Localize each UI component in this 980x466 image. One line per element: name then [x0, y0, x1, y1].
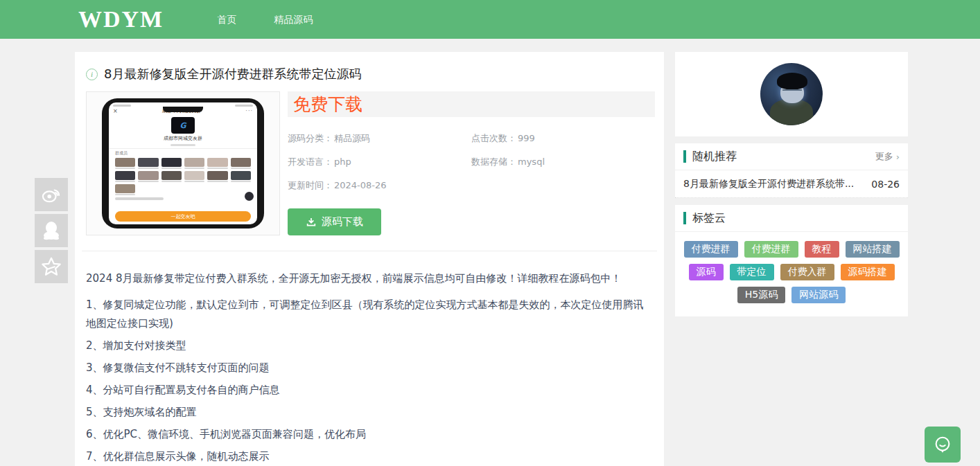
- tag-6[interactable]: 付费入群: [780, 264, 834, 280]
- member-avatar-round: [245, 192, 254, 201]
- group-logo: G: [171, 117, 195, 134]
- meta-label: 更新时间：: [288, 180, 333, 190]
- free-download-banner: 免费下载: [288, 91, 655, 117]
- meta-item-1: 点击次数：999: [471, 132, 655, 145]
- nav-item-premium-source[interactable]: 精品源码: [255, 0, 331, 39]
- description-paragraph-2: 2、增加支付对接类型: [86, 337, 653, 355]
- article-meta: 源码分类：精品源码点击次数：999开发语言：php数据存储：mysql更新时间：…: [288, 132, 655, 192]
- download-source-button[interactable]: 源码下载: [288, 208, 381, 235]
- article-card: i 8月最新修复版全开源付费进群系统带定位源码 × 成都市同城交友群 ···: [75, 52, 664, 466]
- tag-9[interactable]: 网站源码: [791, 287, 846, 303]
- site-header: WDYM 首页 精品源码: [0, 0, 980, 39]
- member-avatar: [115, 158, 135, 169]
- member-avatar: [115, 184, 135, 195]
- top-nav: 首页 精品源码: [198, 0, 331, 39]
- meta-item-4: 更新时间：2024-08-26: [288, 179, 471, 192]
- meta-value: mysql: [518, 156, 545, 167]
- meta-label: 开发语言：: [288, 156, 333, 167]
- nav-item-home[interactable]: 首页: [198, 0, 255, 39]
- phone-notch: [163, 107, 203, 112]
- qzone-icon: [41, 256, 62, 277]
- description-paragraph-3: 3、修复微信支付不跳转支付页面的问题: [86, 359, 653, 377]
- description-paragraph-0: 2024 8月最新修复带定位付费入群系统，全开源无加密无授权，前端展示信息均可自…: [86, 269, 653, 288]
- more-link[interactable]: 更多 ›: [875, 150, 900, 163]
- group-subtitle-placeholder: [170, 144, 195, 146]
- meta-item-0: 源码分类：精品源码: [288, 132, 471, 145]
- article-thumbnail[interactable]: × 成都市同城交友群 ··· G 成都市同城交友群 群成员: [86, 91, 280, 235]
- member-avatar: [184, 158, 204, 169]
- tag-cloud-title: 标签云: [692, 211, 726, 226]
- description-paragraph-5: 5、支持炮灰域名的配置: [86, 403, 653, 422]
- description-paragraph-6: 6、优化PC、微信环境、手机浏览器页面兼容问题，优化布局: [86, 425, 653, 444]
- avatar-card: [675, 52, 908, 136]
- chat-fab-button[interactable]: [925, 427, 961, 463]
- member-avatar-grid: [109, 157, 257, 195]
- member-avatar: [115, 171, 135, 182]
- chevron-right-icon: ›: [896, 152, 900, 162]
- recommend-card: 随机推荐 更多 › 8月最新修复版全开源付费进群系统带... 08-26: [675, 143, 908, 198]
- description-paragraph-4: 4、分站可自行配置易支付各自的商户信息: [86, 381, 653, 400]
- tag-7[interactable]: 源码搭建: [841, 264, 895, 280]
- qzone-share-button[interactable]: [35, 250, 68, 283]
- close-icon: ×: [113, 108, 118, 114]
- avatar[interactable]: [760, 63, 823, 125]
- page-title: 8月最新修复版全开源付费进群系统带定位源码: [104, 66, 361, 82]
- meta-label: 点击次数：: [471, 133, 516, 143]
- member-avatar: [161, 171, 182, 182]
- phone-mockup: × 成都市同城交友群 ··· G 成都市同城交友群 群成员: [102, 98, 264, 228]
- more-icon: ···: [245, 108, 253, 114]
- weibo-share-button[interactable]: [35, 178, 68, 211]
- post-header: i 8月最新修复版全开源付费进群系统带定位源码: [75, 52, 664, 89]
- download-icon: [306, 217, 317, 228]
- accent-bar: [683, 212, 686, 224]
- recommend-item[interactable]: 8月最新修复版全开源付费进群系统带... 08-26: [675, 170, 908, 198]
- meta-label: 数据存储：: [471, 156, 516, 167]
- tag-2[interactable]: 教程: [805, 241, 839, 258]
- chat-bubble-icon: [932, 434, 953, 455]
- members-label: 群成员: [109, 150, 257, 157]
- weibo-icon: [41, 186, 62, 204]
- sidebar: 随机推荐 更多 › 8月最新修复版全开源付费进群系统带... 08-26 标签云…: [675, 52, 908, 316]
- tag-0[interactable]: 付费进群: [684, 241, 738, 258]
- meta-value[interactable]: 精品源码: [334, 133, 370, 143]
- group-name: 成都市同城交友群: [109, 135, 257, 142]
- member-avatar: [184, 171, 204, 182]
- tag-4[interactable]: 源码: [689, 264, 724, 280]
- accent-bar: [683, 150, 686, 163]
- description-paragraph-7: 7、优化群信息展示头像，随机动态展示: [86, 447, 653, 466]
- join-button: 一起交友吧: [115, 211, 251, 222]
- article-description: 2024 8月最新修复带定位付费入群系统，全开源无加密无授权，前端展示信息均可自…: [75, 251, 664, 466]
- meta-item-3: 数据存储：mysql: [471, 156, 655, 168]
- tag-cloud-card: 标签云 付费进群付费进群教程网站搭建源码带定位付费入群源码搭建H5源码网站源码: [675, 205, 908, 316]
- share-bar: [35, 178, 68, 286]
- tag-3[interactable]: 网站搭建: [846, 241, 900, 258]
- tag-1[interactable]: 付费进群: [744, 241, 798, 258]
- description-paragraph-1: 1、修复同城定位功能，默认定位到市，可调整定位到区县（现有系统的定位实现方式基本…: [86, 296, 653, 333]
- meta-item-2: 开发语言：php: [288, 156, 471, 168]
- note-placeholder: [115, 197, 164, 200]
- recommend-title: 随机推荐: [692, 150, 737, 164]
- tag-5[interactable]: 带定位: [730, 264, 774, 280]
- qq-icon: [42, 220, 60, 241]
- member-avatar: [161, 158, 182, 169]
- tag-cloud: 付费进群付费进群教程网站搭建源码带定位付费入群源码搭建H5源码网站源码: [675, 232, 908, 316]
- info-icon: i: [86, 69, 98, 80]
- meta-value: php: [334, 156, 351, 167]
- tag-8[interactable]: H5源码: [737, 287, 785, 303]
- meta-label: 源码分类：: [288, 133, 333, 143]
- site-logo[interactable]: WDYM: [78, 6, 164, 33]
- meta-value: 2024-08-26: [334, 180, 387, 190]
- member-avatar: [138, 171, 158, 182]
- member-avatar: [207, 171, 227, 182]
- member-avatar: [231, 158, 251, 169]
- member-avatar: [207, 158, 227, 169]
- qq-share-button[interactable]: [35, 214, 68, 247]
- member-avatar: [231, 171, 251, 182]
- meta-value: 999: [518, 133, 535, 143]
- member-avatar: [138, 158, 158, 169]
